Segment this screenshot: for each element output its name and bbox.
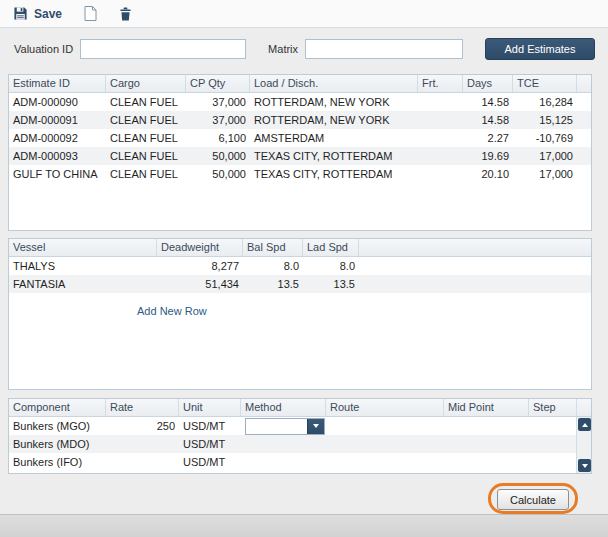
cell-component: Bunkers (MDO) (9, 438, 106, 450)
column-header-bal-spd[interactable]: Bal Spd (243, 239, 303, 256)
component-row[interactable]: Bunkers (MDO) USD/MT (9, 435, 591, 453)
vessel-row[interactable]: THALYS 8,277 8.0 8.0 (9, 257, 591, 275)
cell-estimate-id: ADM-000093 (9, 150, 106, 162)
matrix-input[interactable] (305, 39, 463, 59)
toolbar: Save (0, 0, 608, 28)
column-header-cargo[interactable]: Cargo (106, 75, 186, 92)
cell-estimate-id: GULF TO CHINA (9, 168, 106, 180)
vessels-grid: Vessel Deadweight Bal Spd Lad Spd THALYS… (8, 238, 592, 390)
vessels-grid-header: Vessel Deadweight Bal Spd Lad Spd (9, 239, 591, 257)
column-header-route[interactable]: Route (326, 399, 444, 416)
valuation-id-label: Valuation ID (14, 43, 73, 55)
copy-document-button[interactable] (84, 6, 97, 21)
column-header-component[interactable]: Component (9, 399, 106, 416)
cell-estimate-id: ADM-000090 (9, 96, 106, 108)
cell-unit: USD/MT (179, 438, 241, 450)
footer-actions: Calculate (0, 482, 608, 514)
header-filler (577, 399, 591, 416)
cell-load-disch: TEXAS CITY, ROTTERDAM (250, 168, 418, 180)
save-button[interactable]: Save (13, 6, 62, 21)
estimate-row[interactable]: ADM-000093 CLEAN FUEL 50,000 TEXAS CITY,… (9, 147, 591, 165)
arrow-up-icon[interactable] (578, 418, 591, 431)
floppy-disk-icon (13, 6, 28, 21)
estimate-row[interactable]: ADM-000090 CLEAN FUEL 37,000 ROTTERDAM, … (9, 93, 591, 111)
cell-estimate-id: ADM-000092 (9, 132, 106, 144)
cell-method (241, 418, 326, 435)
save-label: Save (34, 7, 62, 21)
header-filler (577, 75, 591, 92)
cell-deadweight: 8,277 (157, 260, 243, 272)
cell-tce: 17,000 (513, 150, 577, 162)
estimate-row[interactable]: ADM-000092 CLEAN FUEL 6,100 AMSTERDAM 2.… (9, 129, 591, 147)
matrix-label: Matrix (268, 43, 298, 55)
cell-bal-spd: 8.0 (243, 260, 303, 272)
cell-rate: 250 (106, 420, 179, 432)
column-header-cp-qty[interactable]: CP Qty (186, 75, 250, 92)
cell-load-disch: ROTTERDAM, NEW YORK (250, 114, 418, 126)
cell-cargo: CLEAN FUEL (106, 96, 186, 108)
component-row[interactable]: Bunkers (IFO) USD/MT (9, 453, 591, 471)
cell-cargo: CLEAN FUEL (106, 132, 186, 144)
column-header-deadweight[interactable]: Deadweight (157, 239, 243, 256)
column-header-frt[interactable]: Frt. (418, 75, 463, 92)
cell-days: 19.69 (463, 150, 513, 162)
column-header-unit[interactable]: Unit (179, 399, 241, 416)
estimate-row[interactable]: GULF TO CHINA CLEAN FUEL 50,000 TEXAS CI… (9, 165, 591, 183)
column-header-load-disch[interactable]: Load / Disch. (250, 75, 418, 92)
cell-estimate-id: ADM-000091 (9, 114, 106, 126)
cell-deadweight: 51,434 (157, 278, 243, 290)
estimates-grid-header: Estimate ID Cargo CP Qty Load / Disch. F… (9, 75, 591, 93)
cell-load-disch: ROTTERDAM, NEW YORK (250, 96, 418, 108)
cell-load-disch: TEXAS CITY, ROTTERDAM (250, 150, 418, 162)
cell-days: 20.10 (463, 168, 513, 180)
cell-cp-qty: 37,000 (186, 96, 250, 108)
cell-days: 14.58 (463, 96, 513, 108)
cell-cargo: CLEAN FUEL (106, 114, 186, 126)
cell-cargo: CLEAN FUEL (106, 150, 186, 162)
chevron-down-icon[interactable] (307, 419, 324, 434)
document-icon (84, 6, 97, 21)
cell-days: 14.58 (463, 114, 513, 126)
cell-component: Bunkers (MGO) (9, 420, 106, 432)
cell-vessel: THALYS (9, 260, 157, 272)
components-grid: Component Rate Unit Method Route Mid Poi… (8, 398, 592, 474)
cell-unit: USD/MT (179, 420, 241, 432)
vessel-row[interactable]: FANTASIA 51,434 13.5 13.5 (9, 275, 591, 293)
add-estimates-button[interactable]: Add Estimates (485, 38, 595, 60)
estimates-grid: Estimate ID Cargo CP Qty Load / Disch. F… (8, 74, 592, 231)
column-header-step[interactable]: Step (529, 399, 577, 416)
cell-tce: 17,000 (513, 168, 577, 180)
matrix-valuation-window: Save Valuation ID Matri (0, 0, 608, 537)
header-form: Valuation ID Matrix Add Estimates (0, 38, 608, 60)
method-dropdown-value (246, 419, 307, 434)
cell-unit: USD/MT (179, 456, 241, 468)
cell-tce: 16,284 (513, 96, 577, 108)
column-header-method[interactable]: Method (241, 399, 326, 416)
column-header-lad-spd[interactable]: Lad Spd (303, 239, 359, 256)
column-header-tce[interactable]: TCE (513, 75, 577, 92)
cell-tce: -10,769 (513, 132, 577, 144)
component-row[interactable]: Bunkers (MGO) 250 USD/MT (9, 417, 591, 435)
column-header-rate[interactable]: Rate (106, 399, 179, 416)
column-header-days[interactable]: Days (463, 75, 513, 92)
valuation-id-input[interactable] (80, 39, 246, 59)
components-grid-header: Component Rate Unit Method Route Mid Poi… (9, 399, 591, 417)
column-header-vessel[interactable]: Vessel (9, 239, 157, 256)
calculate-button[interactable]: Calculate (497, 489, 569, 510)
cell-component: Bunkers (IFO) (9, 456, 106, 468)
vertical-scrollbar[interactable] (576, 417, 591, 473)
status-bar (0, 514, 608, 537)
arrow-down-icon[interactable] (578, 459, 591, 472)
header-filler (359, 239, 591, 256)
method-dropdown[interactable] (245, 418, 325, 435)
cell-cp-qty: 50,000 (186, 168, 250, 180)
column-header-estimate-id[interactable]: Estimate ID (9, 75, 106, 92)
delete-button[interactable] (119, 7, 132, 21)
column-header-mid-point[interactable]: Mid Point (444, 399, 529, 416)
cell-bal-spd: 13.5 (243, 278, 303, 290)
cell-tce: 15,125 (513, 114, 577, 126)
estimate-row[interactable]: ADM-000091 CLEAN FUEL 37,000 ROTTERDAM, … (9, 111, 591, 129)
cell-cp-qty: 50,000 (186, 150, 250, 162)
add-new-row-link[interactable]: Add New Row (137, 305, 207, 317)
cell-load-disch: AMSTERDAM (250, 132, 418, 144)
